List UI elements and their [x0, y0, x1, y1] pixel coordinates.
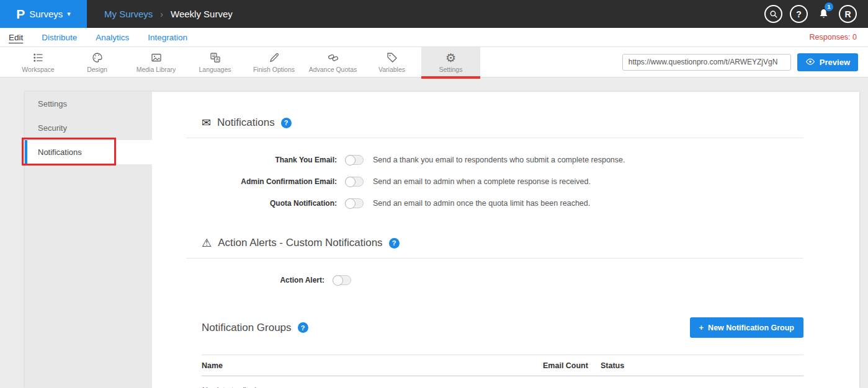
help-icon[interactable]: ?: [389, 238, 400, 249]
help-icon[interactable]: ?: [281, 118, 292, 128]
toggle-row-action-alert: Action Alert:: [202, 275, 803, 285]
warning-icon: ⚠: [202, 236, 212, 250]
toolbar-item-advance-quotas[interactable]: Advance Quotas: [303, 47, 362, 77]
toolbar-item-workspace[interactable]: Workspace: [9, 47, 68, 77]
settings-page: Settings Security Notifications ✉ Notifi…: [0, 77, 868, 388]
header-icons: ? 1 R: [764, 5, 857, 23]
questionpro-logo: P: [16, 7, 25, 22]
divider: [186, 138, 803, 138]
toolbar-item-finish-options[interactable]: Finish Options: [244, 47, 303, 77]
toggle-label: Quota Notification:: [202, 199, 337, 208]
avatar[interactable]: R: [839, 5, 857, 23]
toggle-label: Admin Confirmation Email:: [202, 177, 337, 186]
envelope-icon: ✉: [202, 116, 211, 130]
notification-count-badge: 1: [825, 2, 833, 11]
toolbar-item-languages[interactable]: A Languages: [186, 47, 244, 77]
breadcrumb: My Surveys › Weekly Survey: [104, 9, 233, 19]
search-icon[interactable]: [764, 5, 782, 23]
toolbar-item-variables[interactable]: Variables: [362, 47, 421, 77]
toolbar-item-media-library[interactable]: Media Library: [127, 47, 186, 77]
toggle-description: Send an email to admin when a complete r…: [373, 177, 591, 186]
chevron-down-icon: ▾: [67, 10, 71, 18]
responses-count: Responses: 0: [810, 33, 857, 42]
breadcrumb-separator: ›: [160, 9, 163, 19]
notifications-section-header: ✉ Notifications ?: [202, 116, 803, 130]
svg-text:A: A: [215, 56, 218, 62]
help-icon[interactable]: ?: [790, 5, 808, 23]
eye-icon: [805, 58, 815, 67]
thank-you-email-toggle[interactable]: [345, 155, 364, 165]
media-library-icon: [150, 51, 163, 64]
settings-gear-icon: ⚙: [445, 51, 456, 64]
divider: [186, 258, 803, 258]
notification-groups-header: Notification Groups ? + New Notification…: [202, 317, 803, 338]
notifications-panel: ✉ Notifications ? Thank You Email: Send …: [152, 92, 859, 388]
survey-url-input[interactable]: [622, 54, 791, 71]
survey-tabs: Edit Distribute Analytics Integration Re…: [0, 28, 868, 47]
toggle-description: Send an email to admin once the quota li…: [373, 199, 590, 208]
variables-tag-icon: [386, 51, 398, 64]
toggle-row-admin-confirmation-email: Admin Confirmation Email: Send an email …: [202, 177, 803, 187]
help-icon[interactable]: ?: [298, 322, 308, 333]
section-title-notification-groups: Notification Groups: [202, 322, 292, 334]
top-bar: P Surveys ▾ My Surveys › Weekly Survey ?…: [0, 0, 868, 28]
action-alert-toggle[interactable]: [333, 275, 351, 285]
preview-button[interactable]: Preview: [797, 53, 858, 71]
toolbar-item-settings[interactable]: ⚙ Settings: [421, 47, 480, 77]
breadcrumb-my-surveys[interactable]: My Surveys: [104, 9, 153, 19]
settings-card: Settings Security Notifications ✉ Notifi…: [25, 92, 859, 388]
toggle-description: Send a thank you email to respondents wh…: [373, 156, 625, 164]
sidebar-item-settings[interactable]: Settings: [25, 92, 152, 116]
new-notification-group-button[interactable]: + New Notification Group: [690, 317, 803, 338]
column-header-status: Status: [601, 361, 803, 370]
tab-analytics[interactable]: Analytics: [96, 33, 129, 42]
design-palette-icon: [91, 51, 104, 64]
section-title-notifications: Notifications: [217, 117, 275, 129]
column-header-email-count: Email Count: [543, 361, 601, 370]
breadcrumb-current-survey: Weekly Survey: [171, 9, 233, 19]
sidebar-item-notifications[interactable]: Notifications: [25, 140, 152, 164]
advance-quotas-link-icon: [327, 51, 339, 64]
admin-confirmation-email-toggle[interactable]: [345, 177, 364, 187]
toggle-row-thank-you-email: Thank You Email: Send a thank you email …: [202, 155, 803, 165]
section-title-action-alerts: Action Alerts - Custom Notifications: [218, 237, 382, 249]
toggle-label: Action Alert:: [202, 276, 324, 284]
surveys-product-menu[interactable]: P Surveys ▾: [0, 0, 87, 28]
tab-integration[interactable]: Integration: [148, 33, 187, 42]
finish-options-pencil-icon: [268, 51, 280, 64]
tab-edit[interactable]: Edit: [9, 33, 23, 42]
toolbar-right: Preview: [622, 47, 868, 77]
toggle-row-quota-notification: Quota Notification: Send an email to adm…: [202, 198, 803, 208]
plus-icon: +: [699, 323, 704, 332]
notification-groups-table: Name Email Count Status No data to displ…: [202, 355, 803, 388]
column-header-name: Name: [202, 361, 543, 370]
sidebar-item-security[interactable]: Security: [25, 116, 152, 140]
action-alerts-section-header: ⚠ Action Alerts - Custom Notifications ?: [202, 236, 803, 250]
toggle-label: Thank You Email:: [202, 156, 337, 164]
quota-notification-toggle[interactable]: [345, 198, 364, 208]
settings-sidebar: Settings Security Notifications: [25, 92, 152, 388]
table-header-row: Name Email Count Status: [202, 355, 803, 376]
edit-toolbar: Workspace Design Media Library A: [0, 47, 868, 77]
workspace-icon: [32, 51, 45, 64]
toolbar-item-design[interactable]: Design: [68, 47, 127, 77]
notifications-bell-icon[interactable]: 1: [815, 5, 831, 23]
languages-icon: A: [209, 51, 221, 64]
tab-distribute[interactable]: Distribute: [42, 33, 77, 42]
product-name: Surveys: [29, 9, 63, 19]
